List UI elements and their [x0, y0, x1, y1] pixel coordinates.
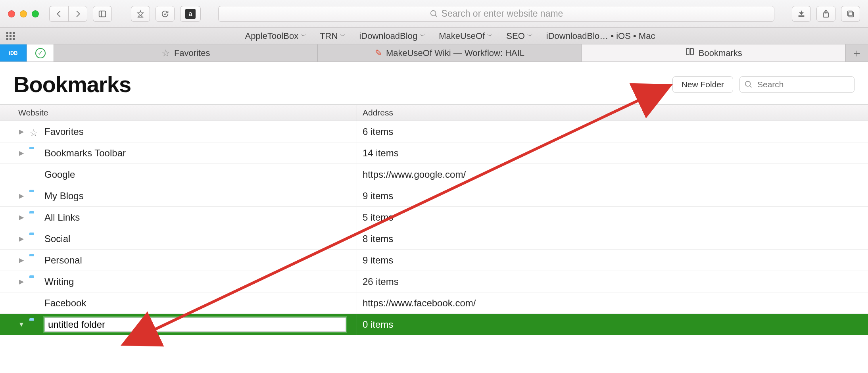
svg-point-11 [745, 81, 751, 86]
chevron-down-icon: ﹀ [301, 33, 306, 40]
table-row[interactable]: ▶All Links5 items [0, 207, 868, 228]
table-row[interactable]: ▶Bookmarks Toolbar14 items [0, 142, 868, 164]
folder-icon [29, 149, 40, 158]
row-address: https://www.facebook.com/ [357, 298, 868, 309]
chevron-down-icon: ﹀ [487, 33, 493, 40]
favbar-item[interactable]: AppleToolBox﹀ [245, 31, 307, 41]
row-name: Writing [44, 276, 74, 287]
favorites-bar: AppleToolBox﹀ TRN﹀ iDownloadBlog﹀ MakeUs… [0, 28, 868, 44]
row-address: 0 items [357, 319, 868, 330]
row-name: Social [44, 233, 70, 244]
close-window-button[interactable] [8, 10, 15, 17]
folder-icon [29, 320, 40, 329]
disclosure-triangle-icon[interactable]: ▶ [18, 213, 25, 221]
tab-label: MakeUseOf Wiki — Workflow: HAIL [386, 48, 524, 58]
pinned-tab[interactable]: ✓ [27, 44, 54, 62]
address-placeholder: Search or enter website name [442, 8, 563, 19]
tab-label: Bookmarks [699, 48, 742, 58]
disclosure-triangle-icon[interactable]: ▶ [18, 128, 25, 135]
tab-bar: iDB ✓ ☆ Favorites ✎ MakeUseOf Wiki — Wor… [0, 44, 868, 62]
row-name: All Links [44, 212, 80, 223]
table-row[interactable]: ▶Social8 items [0, 228, 868, 250]
column-website[interactable]: Website [0, 105, 357, 121]
favbar-item[interactable]: iDownloadBlo… • iOS • Mac [546, 31, 655, 41]
table-row[interactable]: ▶Facebookhttps://www.facebook.com/ [0, 292, 868, 314]
row-name: Google [44, 169, 75, 180]
favbar-item[interactable]: MakeUseOf﹀ [439, 31, 493, 41]
forward-button[interactable] [68, 6, 87, 22]
folder-name-input[interactable] [44, 317, 346, 332]
amazon-extension-button[interactable]: a [180, 6, 201, 22]
table-header: Website Address [0, 104, 868, 121]
favbar-item[interactable]: TRN﹀ [320, 31, 346, 41]
svg-point-4 [430, 10, 436, 15]
row-name: Personal [44, 255, 82, 266]
top-sites-button[interactable] [131, 6, 150, 22]
table-row-editing[interactable]: ▼ 0 items [0, 314, 868, 335]
table-row[interactable]: ▶☆Favorites6 items [0, 121, 868, 142]
svg-rect-9 [849, 12, 853, 17]
window-toolbar: a Search or enter website name [0, 0, 868, 28]
favbar-item[interactable]: iDownloadBlog﹀ [359, 31, 425, 41]
folder-icon [29, 256, 40, 265]
reload-button[interactable] [156, 6, 175, 22]
svg-rect-6 [799, 15, 804, 16]
disclosure-triangle-icon[interactable]: ▶ [18, 192, 25, 200]
row-name: Facebook [44, 298, 86, 309]
folder-icon [29, 277, 40, 286]
svg-rect-0 [99, 11, 106, 17]
row-address: 9 items [357, 190, 868, 202]
row-address: 14 items [357, 148, 868, 159]
minimize-window-button[interactable] [20, 10, 27, 17]
column-address[interactable]: Address [357, 105, 868, 121]
svg-rect-10 [848, 11, 853, 15]
table-row[interactable]: ▶Writing26 items [0, 271, 868, 292]
tab-makeuseof[interactable]: ✎ MakeUseOf Wiki — Workflow: HAIL [318, 44, 582, 62]
svg-line-12 [750, 85, 752, 87]
tab-favorites[interactable]: ☆ Favorites [54, 44, 318, 62]
tabs-overview-button[interactable] [841, 6, 860, 22]
chevron-down-icon: ﹀ [527, 33, 533, 40]
page-header: Bookmarks New Folder [0, 62, 868, 104]
downloads-button[interactable] [792, 6, 811, 22]
share-button[interactable] [816, 6, 835, 22]
bookmarks-search[interactable] [739, 76, 855, 93]
google-icon [29, 170, 40, 179]
table-row[interactable]: ▶Googlehttps://www.google.com/ [0, 164, 868, 185]
chevron-down-icon: ﹀ [420, 33, 425, 40]
favbar-item[interactable]: SEO﹀ [506, 31, 532, 41]
pinned-tab[interactable]: iDB [0, 44, 27, 62]
table-row[interactable]: ▶Personal9 items [0, 250, 868, 271]
tab-bookmarks[interactable]: Bookmarks [582, 44, 846, 62]
disclosure-triangle-icon[interactable]: ▶ [18, 235, 25, 242]
chevron-down-icon: ﹀ [340, 33, 346, 40]
row-address: 5 items [357, 212, 868, 223]
row-name: Favorites [44, 126, 84, 137]
folder-icon [29, 213, 40, 222]
star-icon: ☆ [29, 127, 40, 136]
folder-icon [29, 235, 40, 243]
nav-back-forward [49, 6, 87, 22]
row-address: 8 items [357, 233, 868, 244]
favorites-grip-icon[interactable] [6, 32, 15, 40]
disclosure-triangle-icon[interactable]: ▼ [18, 321, 25, 328]
row-address: 9 items [357, 255, 868, 266]
address-bar[interactable]: Search or enter website name [218, 6, 774, 22]
row-name: Bookmarks Toolbar [44, 148, 126, 159]
disclosure-triangle-icon[interactable]: ▶ [18, 278, 25, 285]
check-icon: ✓ [35, 48, 46, 58]
sidebar-toggle-button[interactable] [93, 6, 112, 22]
disclosure-triangle-icon[interactable]: ▶ [18, 256, 25, 264]
new-tab-button[interactable]: ＋ [846, 44, 868, 62]
table-row[interactable]: ▶My Blogs9 items [0, 185, 868, 207]
disclosure-triangle-icon[interactable]: ▶ [18, 149, 25, 157]
new-folder-button[interactable]: New Folder [672, 76, 733, 93]
tab-label: Favorites [174, 48, 210, 58]
book-icon [685, 47, 695, 59]
row-name: My Blogs [44, 190, 84, 202]
back-button[interactable] [49, 6, 68, 22]
folder-icon [29, 192, 40, 200]
fullscreen-window-button[interactable] [32, 10, 39, 17]
bookmarks-search-input[interactable] [739, 76, 855, 93]
svg-marker-2 [138, 10, 144, 17]
